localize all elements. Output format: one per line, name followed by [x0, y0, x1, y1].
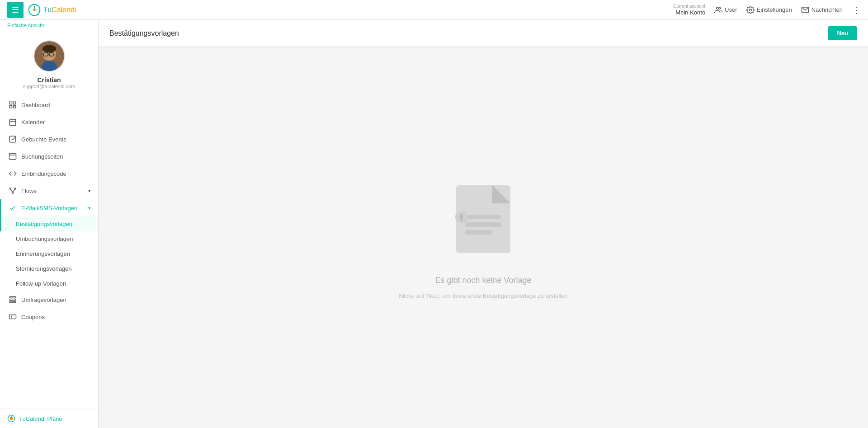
empty-state-icon — [443, 176, 524, 268]
svg-point-28 — [9, 188, 11, 189]
svg-rect-19 — [9, 106, 12, 108]
messages-nav-item[interactable]: Nachrichten — [801, 6, 843, 14]
svg-rect-33 — [9, 296, 16, 298]
tucalendi-plans[interactable]: TuCalendi Pläne — [7, 414, 91, 423]
flows-icon — [9, 187, 17, 195]
sidebar-sub-item-umbuchungsvorlagen[interactable]: Umbuchungsvorlagen — [0, 231, 98, 246]
svg-point-10 — [42, 45, 56, 52]
sidebar-item-umfragevorlagen[interactable]: Umfragevorlagen — [0, 291, 98, 308]
sidebar-item-kalender[interactable]: Kalender — [0, 113, 98, 131]
empty-title: Es gibt noch keine Vorlage — [435, 276, 531, 285]
sidebar-item-flows[interactable]: Flows ▾ — [0, 182, 98, 199]
svg-rect-47 — [465, 230, 492, 235]
sidebar-item-email-sms-vorlagen[interactable]: E-Mail/SMS-Vorlagen ▾ — [0, 199, 98, 216]
svg-rect-46 — [465, 222, 501, 227]
sidebar-sub-item-follow-up-vorlagen[interactable]: Follow-up Vorlagen — [0, 276, 98, 291]
svg-rect-21 — [9, 119, 16, 126]
logo: TuCalendi — [28, 4, 76, 16]
check-square-icon — [9, 135, 17, 143]
svg-rect-20 — [14, 106, 16, 108]
sidebar-item-einbindungscode[interactable]: Einbindungscode — [0, 165, 98, 182]
svg-point-30 — [12, 192, 14, 193]
calendar-icon — [9, 118, 17, 126]
logo-text: TuCalendi — [43, 6, 76, 14]
header-left: ☰ TuCalendi — [7, 2, 76, 18]
sidebar-nav: Dashboard Kalender — [0, 96, 98, 409]
hamburger-button[interactable]: ☰ — [7, 2, 24, 18]
header-right: Current account Mein Konto User Einstell… — [673, 4, 861, 16]
svg-point-5 — [719, 7, 721, 9]
code-icon — [9, 169, 17, 178]
main-layout: Einfache Ansicht — [0, 20, 868, 428]
sidebar-bottom: TuCalendi Pläne — [0, 409, 98, 428]
header: ☰ TuCalendi Current account Mein Konto — [0, 0, 868, 20]
plans-icon — [7, 414, 15, 423]
dashboard-icon — [9, 101, 17, 109]
svg-rect-34 — [9, 299, 16, 301]
svg-point-50 — [460, 218, 463, 221]
avatar — [33, 40, 65, 72]
avatar-image — [34, 40, 64, 72]
svg-rect-36 — [9, 315, 16, 319]
settings-icon — [746, 6, 755, 14]
coupon-icon — [9, 313, 17, 321]
content-body: Es gibt noch keine Vorlage Klicke auf 'N… — [99, 47, 868, 428]
svg-rect-35 — [9, 301, 16, 303]
sidebar-sub-item-erinnerungsvorlagen[interactable]: Erinnerungsvorlagen — [0, 246, 98, 261]
svg-rect-25 — [9, 136, 16, 142]
svg-point-6 — [749, 9, 751, 11]
more-button[interactable]: ⋮ — [852, 5, 861, 15]
logo-icon — [28, 4, 41, 16]
settings-nav-item[interactable]: Einstellungen — [746, 6, 792, 14]
survey-icon — [9, 296, 17, 304]
sidebar-email: support@tucalendi.com — [23, 84, 75, 89]
flows-chevron-icon: ▾ — [88, 188, 91, 194]
content-area: Bestätigungsvorlagen Neu — [99, 20, 868, 428]
content-header: Bestätigungsvorlagen Neu — [99, 20, 868, 47]
svg-rect-45 — [465, 215, 501, 219]
svg-rect-49 — [460, 214, 463, 218]
sidebar: Einfache Ansicht — [0, 20, 99, 428]
user-nav-item[interactable]: User — [714, 6, 737, 14]
new-button[interactable]: Neu — [828, 26, 857, 40]
mail-icon — [801, 6, 809, 14]
simple-view-toggle[interactable]: Einfache Ansicht — [0, 20, 98, 31]
email-check-icon — [9, 204, 17, 212]
svg-rect-17 — [9, 102, 12, 104]
sidebar-item-gebuchte-events[interactable]: Gebuchte Events — [0, 131, 98, 148]
sidebar-item-dashboard[interactable]: Dashboard — [0, 96, 98, 113]
svg-point-4 — [717, 7, 719, 9]
browser-icon — [9, 152, 17, 160]
svg-rect-26 — [9, 153, 16, 160]
email-vorlagen-chevron-icon: ▾ — [88, 205, 91, 211]
sidebar-username: Cristian — [37, 76, 61, 84]
svg-line-31 — [10, 189, 13, 192]
sidebar-item-buchungsseiten[interactable]: Buchungsseiten — [0, 148, 98, 165]
svg-rect-18 — [14, 102, 16, 104]
page-title: Bestätigungsvorlagen — [109, 29, 179, 38]
account-info: Current account Mein Konto — [673, 4, 705, 16]
svg-line-32 — [13, 189, 15, 192]
sidebar-sub-item-bestaetigungsvorlagen[interactable]: Bestätigungsvorlagen — [0, 216, 98, 231]
empty-subtitle: Klicke auf 'Neu', um deine erste Bestäti… — [399, 292, 568, 299]
sidebar-profile: Cristian support@tucalendi.com — [0, 31, 98, 96]
svg-point-29 — [14, 188, 16, 189]
sidebar-item-coupons[interactable]: Coupons — [0, 308, 98, 325]
sidebar-sub-item-stornierungsvorlagen[interactable]: Stornierungsvorlagen — [0, 261, 98, 276]
users-icon — [714, 6, 722, 14]
